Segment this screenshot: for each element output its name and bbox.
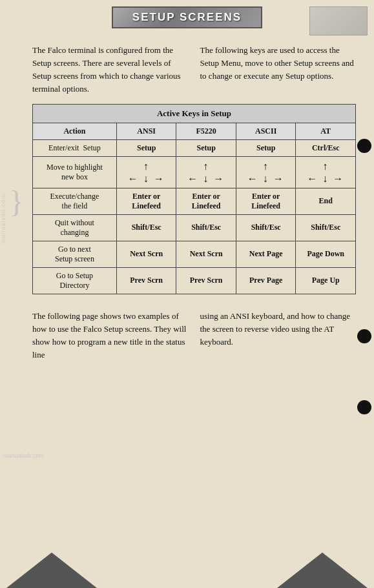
header: SETUP SCREENS — [0, 0, 374, 32]
row1-ascii: Setup — [236, 139, 296, 156]
table-row: Enter/exit Setup Setup Setup Setup Ctrl/… — [33, 139, 356, 156]
row4-ansi: Shift/Esc — [116, 214, 176, 241]
row1-ansi: Setup — [116, 139, 176, 156]
row3-f5220: Enter orLinefeed — [176, 188, 236, 214]
col-ansi: ANSI — [116, 123, 176, 139]
table-heading: Active Keys in Setup — [33, 104, 356, 123]
table-wrapper: Active Keys in Setup Action ANSI F5220 A… — [0, 104, 374, 302]
row2-ansi: ↑← ↓ → — [116, 156, 176, 188]
row6-ascii: Prev Page — [236, 267, 296, 294]
header-decoration — [309, 6, 368, 35]
table-row: Execute/changethe field Enter orLinefeed… — [33, 188, 356, 214]
row5-ansi: Next Scrn — [116, 241, 176, 267]
row1-action: Enter/exit Setup — [33, 139, 117, 156]
table-row: Move to highlightnew box ↑← ↓ → ↑← ↓ → ↑… — [33, 156, 356, 188]
col-f5220: F5220 — [176, 123, 236, 139]
row5-at: Page Down — [296, 241, 356, 267]
intro-section: The Falco terminal is configured from th… — [0, 32, 374, 104]
row5-f5220: Next Scrn — [176, 241, 236, 267]
table-heading-row: Active Keys in Setup — [33, 104, 356, 123]
active-keys-table: Active Keys in Setup Action ANSI F5220 A… — [32, 104, 356, 294]
decorative-circle-right — [357, 139, 371, 153]
row2-at: ↑← ↓ → — [296, 156, 356, 188]
bottom-decoration — [0, 553, 374, 588]
row1-at: Ctrl/Esc — [296, 139, 356, 156]
row3-ascii: Enter orLinefeed — [236, 188, 296, 214]
row4-ascii: Shift/Esc — [236, 214, 296, 241]
col-action: Action — [33, 123, 117, 139]
footer-left: The following page shows two examples of… — [32, 310, 187, 362]
row6-at: Page Up — [296, 267, 356, 294]
row5-action: Go to nextSetup screen — [33, 241, 117, 267]
row2-ascii: ↑← ↓ → — [236, 156, 296, 188]
row4-action: Quit withoutchanging — [33, 214, 117, 241]
column-header-row: Action ANSI F5220 ASCII AT — [33, 123, 356, 139]
page-title: SETUP SCREENS — [112, 6, 262, 28]
row3-at: End — [296, 188, 356, 214]
page: SETUP SCREENS } The Falco terminal is co… — [0, 0, 374, 588]
intro-left: The Falco terminal is configured from th… — [32, 44, 187, 96]
decorative-circle-right3 — [357, 400, 371, 414]
row4-f5220: Shift/Esc — [176, 214, 236, 241]
row2-f5220: ↑← ↓ → — [176, 156, 236, 188]
table-row: Go to SetupDirectory Prev Scrn Prev Scrn… — [33, 267, 356, 294]
table-row: Quit withoutchanging Shift/Esc Shift/Esc… — [33, 214, 356, 241]
decorative-circle-right2 — [357, 329, 371, 343]
row5-ascii: Next Page — [236, 241, 296, 267]
tri-right — [277, 553, 368, 588]
row6-f5220: Prev Scrn — [176, 267, 236, 294]
row6-action: Go to SetupDirectory — [33, 267, 117, 294]
row3-action: Execute/changethe field — [33, 188, 117, 214]
col-at: AT — [296, 123, 356, 139]
table-row: Go to nextSetup screen Next Scrn Next Sc… — [33, 241, 356, 267]
row4-at: Shift/Esc — [296, 214, 356, 241]
row1-f5220: Setup — [176, 139, 236, 156]
left-bracket: } — [9, 184, 24, 219]
row2-action: Move to highlightnew box — [33, 156, 117, 188]
intro-right-text: The following keys are used to access th… — [200, 45, 354, 81]
intro-left-text: The Falco terminal is configured from th… — [32, 45, 181, 94]
row3-ansi: Enter orLinefeed — [116, 188, 176, 214]
footer-right: using an ANSI keyboard, and how to chang… — [200, 310, 355, 362]
col-ascii: ASCII — [236, 123, 296, 139]
intro-right: The following keys are used to access th… — [200, 44, 355, 96]
footer-right-text: using an ANSI keyboard, and how to chang… — [200, 311, 351, 347]
footer-section: The following page shows two examples of… — [0, 302, 374, 370]
row6-ansi: Prev Scrn — [116, 267, 176, 294]
watermark2: manualsdir.com — [3, 452, 44, 459]
tri-left — [6, 553, 97, 588]
title-text: SETUP SCREENS — [132, 11, 242, 23]
footer-left-text: The following page shows two examples of… — [32, 311, 186, 360]
